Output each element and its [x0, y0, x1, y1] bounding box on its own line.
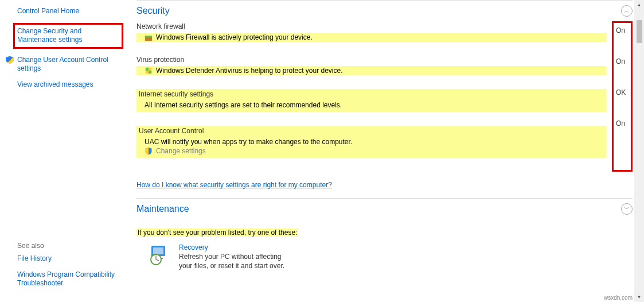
chevron-down-icon: ﹀ — [624, 205, 630, 213]
see-also-label: See also — [17, 242, 119, 250]
uac-item: User Account Control UAC will notify you… — [136, 126, 606, 158]
security-title: Security — [136, 6, 170, 16]
security-section-header: Security ︿ — [136, 0, 633, 17]
watermark: wsxdn.com — [604, 295, 633, 301]
chevron-up-icon: ︿ — [624, 7, 630, 15]
shield-icon — [145, 147, 153, 155]
recovery-link[interactable]: Recovery — [179, 243, 294, 251]
recovery-desc: Refresh your PC without affecting your f… — [179, 253, 294, 270]
svg-rect-4 — [146, 71, 149, 73]
scroll-down-button[interactable]: ▼ — [634, 292, 644, 302]
item-label: Internet security settings — [136, 90, 213, 98]
firewall-icon — [145, 33, 153, 41]
scrollbar[interactable]: ▲ ▼ — [634, 0, 644, 302]
svg-rect-1 — [145, 36, 152, 37]
item-desc: Windows Defender Antivirus is helping to… — [136, 66, 606, 75]
item-desc: Windows Firewall is actively protecting … — [136, 33, 606, 42]
compatibility-troubleshooter-link[interactable]: Windows Program Compatibility Troublesho… — [17, 270, 119, 288]
svg-rect-2 — [146, 68, 149, 71]
scroll-up-button[interactable]: ▲ — [634, 0, 644, 10]
item-desc-text: All Internet security settings are set t… — [145, 101, 342, 109]
bottom-hint: If you don't see your problem listed, tr… — [136, 229, 298, 237]
change-uac-link[interactable]: Change User Account Control settings — [17, 56, 119, 73]
maintenance-title: Maintenance — [136, 204, 189, 214]
status-internet: OK — [616, 88, 629, 96]
expand-maintenance-button[interactable]: ﹀ — [621, 203, 633, 215]
item-desc-text: Windows Defender Antivirus is helping to… — [156, 67, 343, 75]
security-rows: Network firewall Windows Firewall is act… — [136, 22, 633, 172]
network-firewall-item: Network firewall Windows Firewall is act… — [136, 22, 606, 42]
svg-rect-7 — [153, 247, 163, 254]
security-help-link[interactable]: How do I know what security settings are… — [136, 181, 332, 189]
view-archived-link[interactable]: View archived messages — [17, 80, 119, 90]
sidebar: Control Panel Home Change Security and M… — [0, 0, 125, 302]
recovery-icon — [148, 243, 171, 266]
item-desc: UAC will notify you when apps try to mak… — [136, 137, 604, 146]
maintenance-section-header: Maintenance ﹀ — [136, 198, 633, 215]
collapse-security-button[interactable]: ︿ — [621, 5, 633, 17]
main-content: Security ︿ Network firewall Windows Fire… — [125, 0, 644, 302]
scroll-thumb[interactable] — [637, 20, 642, 43]
security-items: Network firewall Windows Firewall is act… — [136, 22, 606, 172]
virus-protection-item: Virus protection Windows Defender Antivi… — [136, 56, 606, 75]
file-history-link[interactable]: File History — [17, 254, 119, 264]
change-settings-link[interactable]: Change settings — [156, 147, 206, 155]
internet-security-item: Internet security settings All Internet … — [136, 89, 606, 112]
item-label: Virus protection — [136, 56, 184, 64]
item-desc: All Internet security settings are set t… — [136, 100, 604, 110]
recovery-text: Recovery Refresh your PC without affecti… — [179, 243, 294, 270]
uac-change-row: Change settings — [136, 146, 604, 156]
status-firewall: On — [616, 26, 629, 34]
defender-icon — [145, 67, 153, 75]
status-uac: On — [616, 119, 629, 127]
svg-rect-3 — [149, 68, 151, 71]
item-label: Network firewall — [136, 22, 185, 30]
svg-rect-5 — [149, 71, 151, 73]
item-desc-text: Windows Firewall is actively protecting … — [156, 33, 313, 41]
status-virus: On — [616, 57, 629, 65]
sidebar-bottom: See also File History Windows Program Co… — [17, 242, 119, 295]
control-panel-home-link[interactable]: Control Panel Home — [17, 7, 119, 16]
sidebar-top: Control Panel Home Change Security and M… — [17, 7, 119, 242]
recovery-row: Recovery Refresh your PC without affecti… — [148, 243, 633, 270]
item-desc-text: UAC will notify you when apps try to mak… — [145, 138, 352, 146]
item-label: User Account Control — [136, 127, 204, 135]
status-column: On On OK On — [612, 21, 633, 172]
change-security-link[interactable]: Change Security and Maintenance settings — [13, 23, 123, 49]
